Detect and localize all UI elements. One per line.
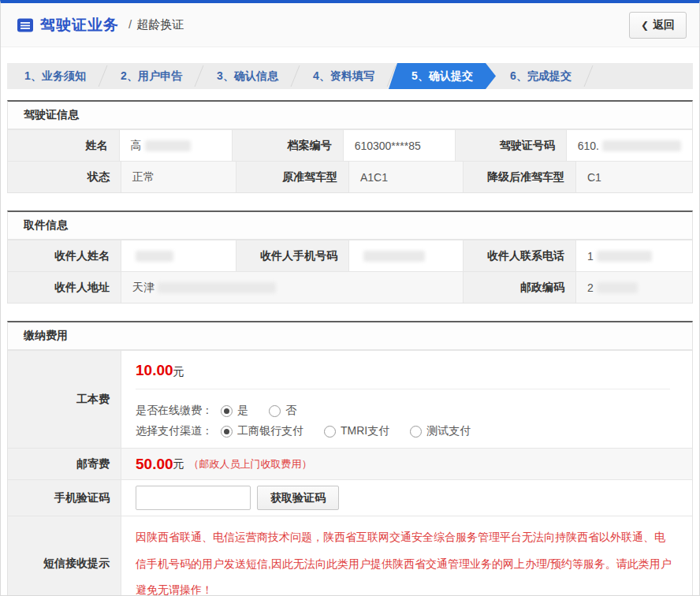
status-label: 状态 (8, 162, 121, 192)
fee-value-area: 10.00元 是否在线缴费： 是 否 (121, 351, 692, 448)
downgraded-class-value: C1 (576, 162, 692, 192)
radio-icon (221, 405, 233, 417)
captcha-area: 获取验证码 (121, 480, 692, 516)
postage-amount-unit: 元 (173, 457, 184, 471)
recipient-phone-label: 收件人联系电话 (464, 240, 576, 271)
payment-section: 缴纳费用 工本费 10.00元 是否在线缴费： 是 (7, 321, 693, 596)
radio-online-yes[interactable]: 是 (221, 404, 248, 418)
postal-code-label: 邮政编码 (464, 272, 576, 303)
radio-channel-test-label: 测试支付 (426, 424, 471, 438)
redacted-text (597, 282, 638, 293)
back-button[interactable]: ❮ 返回 (629, 12, 687, 39)
page-title: 驾驶证业务 (40, 15, 119, 35)
fee-options: 是否在线缴费： 是 否 选择支付渠道： (136, 389, 678, 448)
captcha-label: 手机验证码 (8, 480, 121, 516)
postage-note: （邮政人员上门收取费用） (189, 457, 312, 471)
tabbar-filler (589, 63, 693, 89)
fee-amount: 10.00元 (136, 351, 670, 389)
postage-amount-number: 50.00 (136, 456, 173, 473)
radio-icon (269, 405, 281, 417)
name-label: 姓名 (8, 130, 120, 161)
radio-online-no[interactable]: 否 (269, 404, 296, 418)
recipient-name-label: 收件人姓名 (8, 240, 121, 271)
back-button-label: 返回 (653, 18, 675, 32)
page: 驾驶证业务 /超龄换证 ❮ 返回 1、业务须知 2、用户申告 3、确认信息 4、… (0, 0, 700, 596)
channel-option-line: 选择支付渠道： 工商银行支付 TMRI支付 测试支付 (136, 424, 678, 438)
original-class-label: 原准驾车型 (236, 162, 349, 192)
recipient-address-label: 收件人地址 (8, 272, 121, 303)
radio-channel-icbc-label: 工商银行支付 (237, 424, 303, 438)
recipient-phone-value: 1 (576, 240, 692, 271)
radio-icon (221, 426, 233, 438)
postal-code-value: 2 (576, 272, 692, 303)
breadcrumb: /超龄换证 (128, 17, 184, 32)
tab-step-4[interactable]: 4、资料填写 (296, 63, 392, 89)
name-value: 高 (120, 130, 233, 161)
downgraded-class-label: 降级后准驾车型 (464, 162, 576, 192)
header-left: 驾驶证业务 /超龄换证 (17, 15, 184, 35)
channel-caption: 选择支付渠道： (136, 424, 213, 438)
recipient-address-value: 天津 (121, 272, 464, 303)
redacted-text (363, 251, 425, 262)
online-pay-caption: 是否在线缴费： (136, 404, 213, 418)
fee-amount-number: 10.00 (136, 362, 173, 378)
license-info-section: 驾驶证信息 姓名 高 档案编号 610300****85 驾驶证号码 610. … (7, 100, 693, 193)
license-number-label: 驾驶证号码 (456, 130, 567, 161)
payment-section-title: 缴纳费用 (8, 322, 692, 350)
radio-channel-test[interactable]: 测试支付 (410, 424, 471, 438)
header: 驾驶证业务 /超龄换证 ❮ 返回 (1, 3, 699, 47)
file-number-value: 610300****85 (344, 130, 456, 161)
table-row: 收件人姓名 收件人手机号码 收件人联系电话 1 (8, 240, 692, 271)
license-number-value: 610. (567, 130, 692, 161)
chevron-left-icon: ❮ (641, 20, 649, 31)
get-captcha-button[interactable]: 获取验证码 (257, 486, 339, 510)
fee-row: 工本费 10.00元 是否在线缴费： 是 否 (8, 350, 692, 448)
pickup-info-section: 取件信息 收件人姓名 收件人手机号码 收件人联系电话 1 收件人地址 天津 邮政… (7, 210, 693, 304)
table-row: 姓名 高 档案编号 610300****85 驾驶证号码 610. (8, 129, 692, 161)
postage-row: 邮寄费 50.00元 （邮政人员上门收取费用） (8, 448, 692, 479)
fee-amount-unit: 元 (173, 365, 184, 378)
fee-label: 工本费 (8, 351, 121, 448)
recipient-name-value (121, 240, 236, 271)
list-icon (17, 17, 34, 34)
redacted-text (136, 251, 173, 262)
tab-step-6[interactable]: 6、完成提交 (493, 63, 589, 89)
step-tabbar: 1、业务须知 2、用户申告 3、确认信息 4、资料填写 5、确认提交 6、完成提… (7, 63, 693, 89)
radio-icon (410, 426, 422, 438)
redacted-text (158, 282, 276, 293)
breadcrumb-current: 超龄换证 (136, 17, 184, 31)
pickup-section-title: 取件信息 (8, 212, 692, 240)
radio-channel-icbc[interactable]: 工商银行支付 (221, 424, 303, 438)
breadcrumb-slash: / (128, 17, 132, 31)
postage-value-area: 50.00元 （邮政人员上门收取费用） (121, 449, 692, 479)
online-pay-option-line: 是否在线缴费： 是 否 (136, 404, 678, 418)
postage-label: 邮寄费 (8, 449, 121, 479)
license-section-title: 驾驶证信息 (8, 102, 692, 129)
radio-channel-tmri-label: TMRI支付 (341, 424, 389, 438)
original-class-value: A1C1 (349, 162, 464, 192)
redacted-text (602, 140, 681, 151)
captcha-input[interactable] (136, 486, 251, 510)
tab-step-2[interactable]: 2、用户申告 (103, 63, 199, 89)
captcha-row: 手机验证码 获取验证码 (8, 479, 692, 516)
sms-notice-text: 因陕西省联通、电信运营商技术问题，陕西省互联网交通安全综合服务管理平台无法向持陕… (136, 516, 678, 596)
table-row: 收件人地址 天津 邮政编码 2 (8, 271, 692, 303)
redacted-text (145, 140, 191, 151)
recipient-mobile-value (349, 240, 464, 271)
sms-notice-area: 因陕西省联通、电信运营商技术问题，陕西省互联网交通安全综合服务管理平台无法向持陕… (121, 516, 692, 596)
radio-online-yes-label: 是 (237, 404, 248, 418)
radio-icon (324, 426, 336, 438)
radio-channel-tmri[interactable]: TMRI支付 (324, 424, 389, 438)
tab-step-1[interactable]: 1、业务须知 (7, 63, 103, 89)
tab-step-5-active[interactable]: 5、确认提交 (389, 63, 496, 89)
redacted-text (597, 251, 652, 262)
recipient-mobile-label: 收件人手机号码 (236, 240, 349, 271)
sms-notice-label: 短信接收提示 (8, 516, 121, 596)
status-value: 正常 (121, 162, 236, 192)
file-number-label: 档案编号 (233, 130, 344, 161)
sms-notice-row: 短信接收提示 因陕西省联通、电信运营商技术问题，陕西省互联网交通安全综合服务管理… (8, 516, 692, 596)
radio-online-no-label: 否 (285, 404, 296, 418)
table-row: 状态 正常 原准驾车型 A1C1 降级后准驾车型 C1 (8, 161, 692, 192)
tab-step-3[interactable]: 3、确认信息 (199, 63, 296, 89)
